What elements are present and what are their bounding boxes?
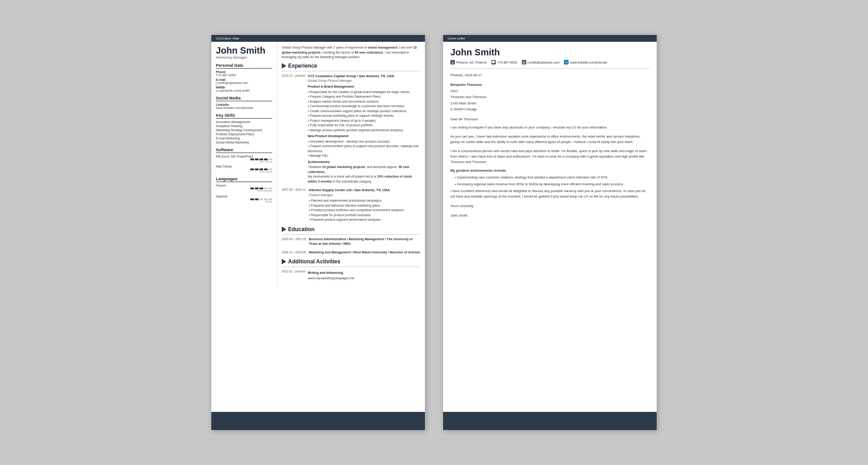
email-value: j.smith@uptowork.com	[216, 81, 272, 84]
activity-entry: 2012-01 - presentWriting and Influencing…	[282, 269, 420, 281]
cl-email-text: j.smith@uptowork.com	[528, 61, 560, 64]
cv-summary: Global Group Product Manager with 7 year…	[282, 45, 420, 60]
phone-label: Phone	[216, 70, 272, 74]
phone-icon: ☎	[491, 60, 496, 64]
experience-list: 2010-12 - presentXYZ Cosmetics Capital G…	[282, 74, 420, 223]
activities-section-header: Additional Activities	[282, 258, 420, 265]
education-entry: 2005-09 - 2007-05Business Administration…	[282, 237, 420, 247]
activities-divider	[282, 267, 420, 267]
cl-header-bar: Cover Letter	[443, 35, 657, 42]
cl-date: Phoenix, 2016-05-17	[450, 73, 649, 77]
cv-title: Marketing Manager	[216, 55, 272, 59]
cl-achievements: • Implementing new customer relations st…	[450, 175, 649, 187]
cl-recipient: Benjamin ThomsonCEOThomson and Thomson11…	[450, 82, 649, 113]
skill-item: E-mail Marketing	[216, 137, 272, 140]
skill-item: Innovation Management	[216, 120, 272, 124]
cl-header-label: Cover Letter	[448, 37, 465, 40]
software-list: MS Excel, MS PowerPoint Very GoodMail Ch…	[216, 155, 272, 173]
education-entry: 2000-10 - 2004-05Marketing and Managemen…	[282, 250, 420, 255]
www-value: cv.uptowork.com/j.smith	[216, 89, 272, 92]
cl-phone-text: 774-987-4009	[497, 61, 517, 64]
cl-linkedin-text: www.linkedin.com/johnutw	[570, 61, 607, 64]
email-label: E-mail	[216, 78, 272, 81]
cl-document: Cover Letter John Smith ● Phoenix, AZ, P…	[443, 35, 657, 430]
languages-list: French IntermediateSpanish Basic	[216, 184, 272, 203]
software-title: Software	[216, 148, 272, 153]
education-arrow-icon	[282, 227, 286, 232]
linkedin-icon: in	[564, 60, 569, 64]
cl-closing: Yours sincerely John Smith	[450, 203, 649, 219]
cl-name: John Smith	[450, 47, 649, 58]
languages-title: Languages	[216, 177, 272, 182]
activities-title: Additional Activities	[288, 258, 340, 265]
education-title: Education	[288, 226, 314, 232]
cl-closing-paragraph: I have excellent references and would be…	[450, 188, 649, 199]
cl-sign-name: John Smith	[450, 213, 649, 219]
cl-achievements-title: My greatest achievements include:	[450, 168, 649, 173]
cl-location: ● Phoenix, AZ, Phoenix	[450, 60, 487, 64]
cv-footer	[211, 412, 425, 430]
skill-item: Social Media Marketing	[216, 141, 272, 144]
language-item: Spanish Basic	[216, 195, 272, 203]
linkedin-value: www.linkedin.com/johnutw	[216, 106, 272, 109]
cl-valediction: Yours sincerely	[450, 203, 649, 209]
www-label: WWW	[216, 86, 272, 89]
experience-divider	[282, 71, 420, 71]
personal-data-title: Personal Data	[216, 63, 272, 69]
key-skills-title: Key Skills	[216, 113, 272, 119]
software-item: MS Excel, MS PowerPoint Very Good	[216, 155, 272, 163]
skill-item: Marketing Strategy Development	[216, 129, 272, 132]
activities-arrow-icon	[282, 259, 286, 264]
linkedin-label: LinkedIn	[216, 103, 272, 106]
cl-email: @ j.smith@uptowork.com	[522, 60, 560, 64]
cv-name: John Smith	[216, 45, 272, 55]
cl-footer	[443, 412, 657, 430]
education-section-header: Education	[282, 226, 420, 232]
cv-document: Curriculum Vitae John Smith Marketing Ma…	[211, 35, 425, 430]
cl-paragraphs: I am writing to enquire if you have any …	[450, 125, 649, 165]
experience-title: Experience	[288, 63, 317, 69]
skills-list: Innovation ManagementAnalytical Thinking…	[216, 120, 272, 144]
cv-header-label: Curriculum Vitae	[216, 37, 239, 40]
cl-contact-row: ● Phoenix, AZ, Phoenix ☎ 774-987-4009 @ …	[450, 60, 649, 69]
education-divider	[282, 234, 420, 235]
experience-entry: 2007-09 - 2010-11Kitchen Supply Center L…	[282, 188, 420, 222]
skill-item: Portfolio Deployment Plans	[216, 133, 272, 136]
experience-arrow-icon	[282, 63, 286, 69]
cv-sidebar: John Smith Marketing Manager Personal Da…	[211, 42, 277, 288]
experience-section-header: Experience	[282, 63, 420, 69]
cl-achievement-item: • Increasing regional sales revenue from…	[450, 182, 649, 187]
activities-list: 2012-01 - presentWriting and Influencing…	[282, 269, 420, 281]
cl-body: John Smith ● Phoenix, AZ, Phoenix ☎ 774-…	[443, 42, 657, 224]
experience-entry: 2010-12 - presentXYZ Cosmetics Capital G…	[282, 74, 420, 184]
education-list: 2005-09 - 2007-05Business Administration…	[282, 237, 420, 255]
phone-value: 774-987-4009	[216, 74, 272, 77]
cl-paragraph: I am a conscientious person who works ha…	[450, 148, 649, 165]
cv-header-bar: Curriculum Vitae	[211, 35, 425, 42]
cl-salutation: Dear Mr Thomson	[450, 117, 649, 121]
cl-achievement-item: • Implementing new customer relations st…	[450, 175, 649, 180]
email-icon: @	[522, 60, 526, 64]
cl-phone: ☎ 774-987-4009	[491, 60, 517, 64]
cv-main: Global Group Product Manager with 7 year…	[277, 42, 425, 288]
language-item: French Intermediate	[216, 184, 272, 192]
cl-linkedin: in www.linkedin.com/johnutw	[564, 60, 607, 64]
location-icon: ●	[450, 60, 455, 64]
software-item: Mail Chimp Very Good	[216, 165, 272, 173]
social-media-title: Social Media	[216, 96, 272, 101]
cl-paragraph: I am writing to enquire if you have any …	[450, 125, 649, 130]
cl-paragraph: As you can see, I have had extensive vac…	[450, 134, 649, 145]
skill-item: Analytical Thinking	[216, 124, 272, 128]
cl-location-text: Phoenix, AZ, Phoenix	[456, 61, 487, 64]
